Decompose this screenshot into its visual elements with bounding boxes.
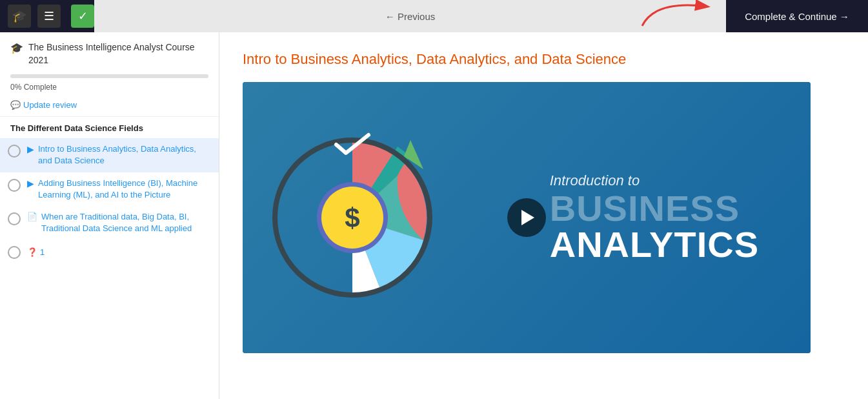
previous-label: ← Previous xyxy=(385,11,436,22)
top-navigation: 🎓 ☰ ✓ ← Previous Complete & Continue → xyxy=(0,0,868,32)
content-area: Intro to Business Analytics, Data Analyt… xyxy=(219,32,868,399)
sidebar-header: 🎓 The Business Intelligence Analyst Cour… xyxy=(0,32,219,72)
play-icon-1: ▶ xyxy=(27,144,34,154)
svg-text:$: $ xyxy=(345,203,359,233)
menu-icon: ☰ xyxy=(44,9,54,23)
progress-area: 0% Complete xyxy=(0,72,219,97)
lesson-content-3: 📄 When are Traditional data, Big Data, B… xyxy=(27,211,211,234)
intro-to-text: Introduction to xyxy=(550,172,759,189)
quiz-title-4: ❓ 1 xyxy=(27,247,45,257)
business-text: BUSINESS xyxy=(550,190,759,227)
check-icon: ✓ xyxy=(78,9,88,23)
nav-logo-area: 🎓 ☰ xyxy=(0,5,71,28)
lesson-title-2: Adding Business Intelligence (BI), Machi… xyxy=(38,178,211,201)
play-icon-2: ▶ xyxy=(27,178,34,189)
document-icon-3: 📄 xyxy=(27,212,37,221)
sidebar-course-title: The Business Intelligence Analyst Course… xyxy=(28,41,208,66)
quiz-icon: ❓ xyxy=(27,247,37,257)
check-button[interactable]: ✓ xyxy=(71,5,94,28)
lesson-title-3: When are Traditional data, Big Data, BI,… xyxy=(41,211,211,234)
previous-button[interactable]: ← Previous xyxy=(94,0,726,32)
lesson-item-2[interactable]: ▶ Adding Business Intelligence (BI), Mac… xyxy=(0,172,219,206)
logo-button[interactable]: 🎓 xyxy=(8,5,31,28)
complete-continue-label: Complete & Continue → xyxy=(745,11,849,22)
analytics-text: ANALYTICS xyxy=(550,227,759,263)
progress-text: 0% Complete xyxy=(10,83,57,92)
sidebar: 🎓 The Business Intelligence Analyst Cour… xyxy=(0,32,219,399)
update-review-button[interactable]: 💬 Update review xyxy=(0,97,219,116)
main-area: 🎓 The Business Intelligence Analyst Cour… xyxy=(0,32,868,399)
video-text-overlay: Introduction to BUSINESS ANALYTICS xyxy=(550,172,759,263)
update-review-label: Update review xyxy=(23,100,77,110)
complete-continue-button[interactable]: Complete & Continue → xyxy=(726,0,868,32)
pie-chart-area: $ xyxy=(268,121,436,314)
lesson-item-1[interactable]: ▶ Intro to Business Analytics, Data Anal… xyxy=(0,138,219,172)
lesson-icon-title-1: ▶ Intro to Business Analytics, Data Anal… xyxy=(27,143,211,167)
lesson-circle-1 xyxy=(8,145,21,158)
lesson-content-2: ▶ Adding Business Intelligence (BI), Mac… xyxy=(27,178,211,201)
lesson-title-1: Intro to Business Analytics, Data Analyt… xyxy=(38,143,211,167)
sidebar-graduation-icon: 🎓 xyxy=(10,42,23,54)
lesson-circle-4 xyxy=(8,246,21,259)
graduation-logo-icon: 🎓 xyxy=(12,9,26,23)
video-container[interactable]: $ Introduction to BUSINESS ANALYTICS xyxy=(243,82,811,353)
lesson-circle-2 xyxy=(8,179,21,192)
lesson-icon-title-3: 📄 When are Traditional data, Big Data, B… xyxy=(27,211,211,234)
lesson-icon-title-2: ▶ Adding Business Intelligence (BI), Mac… xyxy=(27,178,211,201)
pie-chart-svg: $ xyxy=(268,121,436,314)
play-triangle-icon xyxy=(521,210,534,225)
content-title: Intro to Business Analytics, Data Analyt… xyxy=(243,50,845,69)
lesson-circle-3 xyxy=(8,212,21,225)
comment-icon: 💬 xyxy=(10,100,21,110)
menu-button[interactable]: ☰ xyxy=(37,5,61,28)
play-button[interactable] xyxy=(507,198,546,237)
lesson-item-4[interactable]: ❓ 1 xyxy=(0,240,219,264)
section-header: The Different Data Science Fields xyxy=(0,116,219,138)
lesson-content-1: ▶ Intro to Business Analytics, Data Anal… xyxy=(27,143,211,167)
progress-bar-background xyxy=(10,74,208,78)
lesson-item-3[interactable]: 📄 When are Traditional data, Big Data, B… xyxy=(0,206,219,240)
quiz-label: 1 xyxy=(40,247,45,257)
